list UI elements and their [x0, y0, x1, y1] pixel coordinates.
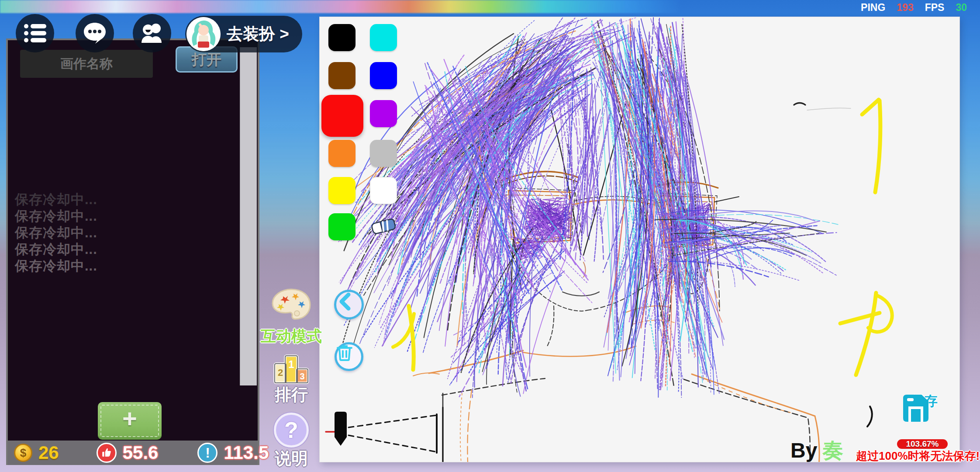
- help-label: 说明: [259, 450, 324, 467]
- gallery-panel: 打开 保存冷却中...保存冷却中...保存冷却中...保存冷却中...保存冷却中…: [6, 38, 259, 465]
- people-icon: [140, 23, 164, 44]
- artwork-name-input[interactable]: [20, 50, 153, 78]
- list-item[interactable]: 保存冷却中...: [15, 191, 233, 208]
- color-palette: [328, 24, 424, 269]
- chat-button[interactable]: [76, 14, 114, 52]
- question-icon: ?: [274, 413, 309, 448]
- trash-icon: [337, 344, 352, 361]
- coins-stat: $ 26: [14, 442, 59, 463]
- color-swatch-black[interactable]: [328, 24, 355, 51]
- svg-text:1: 1: [288, 358, 294, 370]
- author-name: 奏: [822, 439, 843, 462]
- fps-value: 30: [956, 2, 967, 14]
- eraser-tool[interactable]: [370, 213, 397, 240]
- alerts-stat: ! 113.5: [197, 442, 269, 463]
- saved-artworks-list: 保存冷却中...保存冷却中...保存冷却中...保存冷却中...保存冷却中...: [15, 191, 233, 274]
- list-item[interactable]: 保存冷却中...: [15, 241, 233, 258]
- color-swatch-cyan[interactable]: [370, 24, 397, 51]
- undo-icon: [336, 292, 354, 311]
- coin-icon: $: [14, 444, 32, 462]
- thumbs-up-icon: [97, 443, 117, 463]
- color-swatch-white[interactable]: [370, 177, 397, 204]
- eraser-icon: [370, 213, 397, 239]
- color-swatch-green[interactable]: [328, 213, 355, 240]
- palette-icon: [271, 286, 312, 326]
- menu-button[interactable]: [16, 14, 54, 52]
- color-swatch-yellow[interactable]: [328, 177, 355, 204]
- ranking-button[interactable]: 2 1 3 排行: [259, 353, 324, 403]
- network-hud: PING 193 FPS 30: [861, 2, 967, 14]
- exclamation-icon: !: [197, 443, 217, 463]
- ping-value: 193: [897, 2, 913, 14]
- list-item[interactable]: 保存冷却中...: [15, 258, 233, 274]
- rainbow-sky-band: [0, 0, 681, 13]
- save-button[interactable]: 保存: [903, 395, 945, 408]
- drawing-canvas[interactable]: 保存 103.67% 超过100%时将无法保存!!! By奏: [320, 17, 959, 462]
- save-progress: 103.67%: [897, 439, 948, 449]
- ranking-label: 排行: [259, 386, 324, 403]
- color-swatch-brown[interactable]: [328, 62, 355, 89]
- help-button[interactable]: ? 说明: [259, 413, 324, 467]
- interactive-mode-button[interactable]: 互动模式: [259, 286, 324, 344]
- color-swatch-purple[interactable]: [370, 100, 397, 127]
- color-swatch-orange[interactable]: [328, 140, 355, 167]
- panel-scrollbar[interactable]: [240, 47, 257, 385]
- svg-text:2: 2: [278, 367, 283, 378]
- likes-value: 55.6: [123, 442, 159, 463]
- author-signature: By奏: [790, 437, 843, 465]
- interactive-mode-label: 互动模式: [259, 328, 324, 344]
- dressup-label: 去装扮 >: [227, 23, 289, 45]
- podium-icon: 2 1 3: [273, 353, 310, 385]
- list-icon: [24, 23, 46, 43]
- save-warning: 超过100%时将无法保存!!!: [856, 450, 956, 462]
- color-swatch-red[interactable]: [321, 95, 363, 137]
- color-swatch-blue[interactable]: [370, 62, 397, 89]
- list-item[interactable]: 保存冷却中...: [15, 208, 233, 225]
- fps-label: FPS: [925, 2, 945, 14]
- save-icon: [903, 395, 928, 422]
- undo-button[interactable]: [334, 290, 364, 319]
- clear-button[interactable]: [335, 342, 363, 371]
- add-artwork-button[interactable]: +: [98, 402, 162, 440]
- likes-stat: 55.6: [97, 442, 159, 463]
- coins-value: 26: [38, 442, 59, 463]
- avatar: [186, 17, 221, 51]
- chat-icon: [83, 22, 107, 45]
- dressup-button[interactable]: 去装扮 >: [185, 16, 302, 52]
- wallet-bar: $ 26 55.6 ! 113.5: [8, 441, 258, 465]
- color-swatch-gray[interactable]: [370, 140, 397, 167]
- ping-label: PING: [861, 2, 885, 14]
- author-prefix: By: [790, 439, 817, 462]
- list-item[interactable]: 保存冷却中...: [15, 225, 233, 241]
- svg-text:3: 3: [300, 371, 304, 381]
- friends-button[interactable]: [133, 14, 171, 52]
